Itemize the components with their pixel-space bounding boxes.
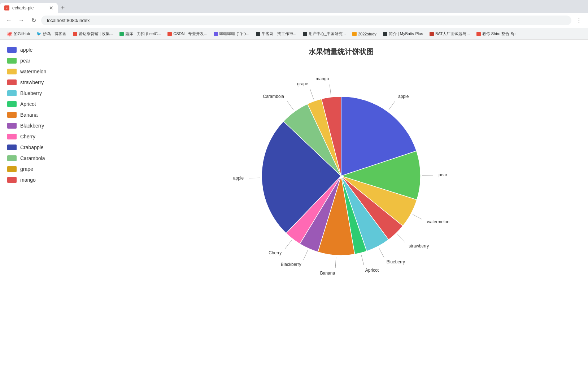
legend-label-cherry: Cherry	[20, 134, 35, 139]
svg-text:strawberry: strawberry	[409, 243, 429, 249]
svg-line-22	[310, 89, 314, 99]
svg-text:apple: apple	[398, 94, 409, 99]
pie-slices	[262, 96, 421, 255]
bookmark-2022study[interactable]: 2022study	[350, 31, 379, 37]
legend-color-banana	[7, 112, 17, 118]
bookmark-github[interactable]: 🐙的GitHub	[4, 30, 32, 37]
tab-close-button[interactable]: ✕	[49, 5, 53, 11]
legend-item-apple[interactable]: apple	[7, 47, 87, 53]
svg-text:mango: mango	[315, 76, 329, 81]
reload-button[interactable]: ↻	[29, 16, 38, 25]
active-tab[interactable]: e echarts-pie ✕	[0, 3, 58, 13]
legend-item-watermelon[interactable]: watermelon	[7, 69, 87, 74]
bookmark-nowcoder[interactable]: 牛客网 - 找工作神...	[254, 30, 299, 37]
legend-color-cherry	[7, 134, 17, 139]
svg-text:Blackberry: Blackberry	[280, 262, 301, 267]
legend-color-crabapple	[7, 145, 17, 150]
svg-text:Cherry: Cherry	[269, 250, 282, 255]
legend-item-cherry[interactable]: Cherry	[7, 134, 87, 139]
legend-label-watermelon: watermelon	[20, 69, 46, 74]
address-bar: ← → ↻ ⋮	[0, 13, 588, 28]
svg-line-4	[413, 214, 422, 219]
svg-line-6	[397, 234, 405, 242]
legend-color-apple	[7, 47, 17, 53]
tab-bar: e echarts-pie ✕ +	[0, 0, 588, 13]
svg-line-14	[303, 250, 308, 260]
svg-line-12	[335, 257, 336, 268]
tab-title: echarts-pie	[12, 5, 34, 10]
svg-line-8	[379, 248, 384, 258]
svg-text:watermelon: watermelon	[426, 219, 449, 224]
legend-color-apricot	[7, 101, 17, 107]
svg-text:Carambola: Carambola	[263, 94, 284, 99]
bookmark-store[interactable]: 爱达杂货铺 | 收集...	[71, 30, 115, 37]
svg-text:grape: grape	[297, 81, 308, 86]
legend-color-blueberry	[7, 90, 17, 96]
legend-label-blueberry: Blueberry	[20, 90, 42, 96]
back-button[interactable]: ←	[4, 16, 14, 25]
svg-text:Apricot: Apricot	[365, 268, 379, 273]
svg-text:Crabapple: Crabapple	[233, 176, 244, 181]
legend-label-mango: mango	[20, 177, 36, 183]
svg-line-16	[285, 240, 291, 249]
svg-line-10	[361, 255, 363, 265]
svg-line-0	[388, 101, 395, 110]
svg-text:Blueberry: Blueberry	[386, 259, 405, 264]
bookmark-myblog[interactable]: 🐦妙鸟 - 博客园	[34, 30, 69, 37]
legend-item-banana[interactable]: Banana	[7, 112, 87, 118]
svg-text:Banana: Banana	[320, 271, 335, 276]
legend-label-carambola: Carambola	[20, 155, 45, 161]
legend-color-watermelon	[7, 69, 17, 74]
tab-favicon: e	[4, 5, 9, 10]
pie-svg: applepearwatermelonstrawberryBlueberryAp…	[233, 68, 449, 284]
chart-title: 水果销量统计饼状图	[309, 47, 374, 57]
address-input[interactable]	[41, 16, 571, 25]
legend-color-strawberry	[7, 79, 17, 85]
legend-color-mango	[7, 177, 17, 183]
legend-label-grape: grape	[20, 166, 33, 172]
bookmark-user-center[interactable]: 用户中心_中国研究...	[301, 30, 348, 37]
legend-item-blackberry[interactable]: Blackberry	[7, 123, 87, 129]
legend-label-banana: Banana	[20, 112, 38, 118]
bookmark-csdn[interactable]: CSDN - 专业开发...	[165, 30, 209, 37]
legend-color-pear	[7, 58, 17, 64]
legend-item-mango[interactable]: mango	[7, 177, 87, 183]
legend-label-blackberry: Blackberry	[20, 123, 44, 129]
legend-item-carambola[interactable]: Carambola	[7, 155, 87, 161]
chart-area: 水果销量统计饼状图 applepearwatermelonstrawberryB…	[94, 40, 588, 375]
browser-chrome: e echarts-pie ✕ + ← → ↻ ⋮ 🐙的GitHub 🐦妙鸟 -…	[0, 0, 588, 40]
bookmark-bat[interactable]: BAT大厂面试题与...	[427, 30, 472, 37]
legend-color-grape	[7, 166, 17, 172]
svg-line-24	[330, 85, 331, 95]
extensions-button[interactable]: ⋮	[574, 16, 584, 25]
legend-item-apricot[interactable]: Apricot	[7, 101, 87, 107]
svg-text:pear: pear	[438, 172, 447, 177]
bookmark-leetcode[interactable]: 题库 - 力扣 (LeetC...	[117, 30, 163, 37]
legend-item-grape[interactable]: grape	[7, 166, 87, 172]
bookmark-mybatis[interactable]: 简介 | MyBatis-Plus	[381, 30, 425, 37]
legend-label-apple: apple	[20, 47, 32, 53]
pie-chart: applepearwatermelonstrawberryBlueberryAp…	[233, 68, 449, 284]
bookmark-bilibili[interactable]: 哔哩哔哩 ('-')つ...	[212, 30, 251, 37]
bookmark-shiro[interactable]: 教你 Shiro 整合 Sp	[474, 30, 518, 37]
new-tab-button[interactable]: +	[58, 3, 68, 13]
legend-color-blackberry	[7, 123, 17, 129]
legend: apple pear watermelon strawberry Blueber…	[0, 40, 94, 375]
legend-label-pear: pear	[20, 58, 30, 64]
legend-label-crabapple: Crabapple	[20, 145, 44, 150]
legend-item-blueberry[interactable]: Blueberry	[7, 90, 87, 96]
legend-color-carambola	[7, 155, 17, 161]
legend-item-pear[interactable]: pear	[7, 58, 87, 64]
svg-line-20	[287, 101, 293, 110]
legend-label-apricot: Apricot	[20, 101, 36, 107]
page-content: apple pear watermelon strawberry Blueber…	[0, 40, 588, 375]
svg-line-18	[249, 178, 260, 178]
bookmarks-bar: 🐙的GitHub 🐦妙鸟 - 博客园 爱达杂货铺 | 收集... 题库 - 力扣…	[0, 28, 588, 40]
legend-item-strawberry[interactable]: strawberry	[7, 79, 87, 85]
legend-label-strawberry: strawberry	[20, 79, 44, 85]
legend-item-crabapple[interactable]: Crabapple	[7, 145, 87, 150]
forward-button[interactable]: →	[17, 16, 26, 25]
